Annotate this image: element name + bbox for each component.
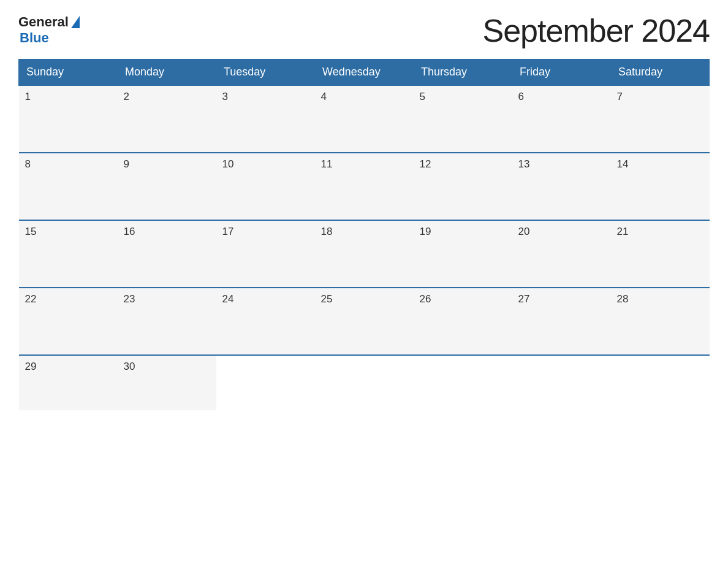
day-number: 25 [321,293,408,305]
day-number: 10 [222,158,309,170]
table-row [611,355,710,410]
calendar-week-3: 15161718192021 [19,220,710,288]
table-row: 13 [512,153,611,220]
day-number: 12 [420,158,506,170]
day-number: 7 [617,91,703,103]
logo-blue-text: Blue [20,30,49,46]
table-row: 25 [315,288,414,355]
table-row: 4 [315,85,414,153]
day-number: 27 [518,293,605,305]
calendar-week-1: 1234567 [19,85,710,153]
day-number: 28 [617,293,703,305]
calendar-table: Sunday Monday Tuesday Wednesday Thursday… [18,59,710,410]
day-number: 29 [25,361,112,373]
day-number: 20 [518,226,605,238]
table-row: 29 [19,355,118,410]
table-row: 26 [414,288,512,355]
table-row [414,355,512,410]
day-number: 30 [124,361,210,373]
table-row: 14 [611,153,710,220]
day-number: 11 [321,158,408,170]
day-number: 16 [124,226,210,238]
day-number: 1 [25,91,112,103]
header-thursday: Thursday [414,59,512,86]
day-number: 6 [518,91,605,103]
table-row: 21 [611,220,710,288]
page-header: General Blue September 2024 [18,12,710,49]
day-number: 4 [321,91,408,103]
day-number: 26 [420,293,506,305]
calendar-week-2: 891011121314 [19,153,710,220]
month-title: September 2024 [483,12,710,49]
day-number: 22 [25,293,112,305]
calendar-week-5: 2930 [19,355,710,410]
header-friday: Friday [512,59,611,86]
header-wednesday: Wednesday [315,59,414,86]
day-number: 13 [518,158,605,170]
table-row: 3 [216,85,315,153]
header-saturday: Saturday [611,59,710,86]
table-row: 11 [315,153,414,220]
logo-general-text: General [18,15,80,29]
day-number: 23 [124,293,210,305]
day-number: 19 [420,226,506,238]
table-row: 12 [414,153,512,220]
table-row: 1 [19,85,118,153]
table-row: 18 [315,220,414,288]
day-number: 15 [25,226,112,238]
table-row: 17 [216,220,315,288]
table-row [512,355,611,410]
table-row [315,355,414,410]
table-row: 5 [414,85,512,153]
day-number: 9 [124,158,210,170]
table-row: 22 [19,288,118,355]
logo-triangle-icon [71,16,80,28]
table-row: 28 [611,288,710,355]
header-tuesday: Tuesday [216,59,315,86]
table-row: 27 [512,288,611,355]
table-row: 15 [19,220,118,288]
day-number: 2 [124,91,210,103]
day-number: 18 [321,226,408,238]
header-monday: Monday [118,59,216,86]
table-row: 7 [611,85,710,153]
day-number: 3 [222,91,309,103]
table-row: 2 [118,85,216,153]
table-row: 10 [216,153,315,220]
table-row [216,355,315,410]
table-row: 19 [414,220,512,288]
table-row: 16 [118,220,216,288]
day-number: 21 [617,226,703,238]
table-row: 20 [512,220,611,288]
day-number: 5 [420,91,506,103]
day-number: 24 [222,293,309,305]
logo: General Blue [18,15,80,46]
table-row: 23 [118,288,216,355]
logo-general-word: General [18,15,69,29]
day-number: 8 [25,158,112,170]
day-number: 17 [222,226,309,238]
table-row: 6 [512,85,611,153]
table-row: 24 [216,288,315,355]
table-row: 8 [19,153,118,220]
table-row: 9 [118,153,216,220]
calendar-header-row: Sunday Monday Tuesday Wednesday Thursday… [19,59,710,86]
day-number: 14 [617,158,703,170]
table-row: 30 [118,355,216,410]
header-sunday: Sunday [19,59,118,86]
calendar-week-4: 22232425262728 [19,288,710,355]
